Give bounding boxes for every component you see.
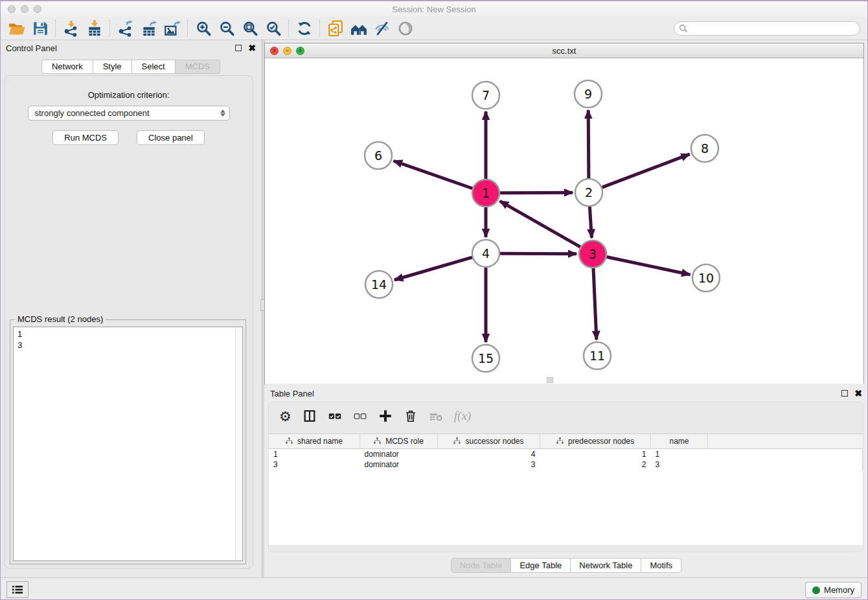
tab-select[interactable]: Select xyxy=(132,60,176,74)
clone-network-icon[interactable] xyxy=(324,19,347,38)
close-network-icon[interactable]: × xyxy=(270,47,279,55)
toolbar-separator xyxy=(55,20,56,37)
export-image-icon[interactable] xyxy=(161,19,184,38)
mcds-result-title: MCDS result (2 nodes) xyxy=(15,314,106,324)
toolbar-separator xyxy=(109,20,111,37)
toolbar-separator xyxy=(187,20,188,37)
import-table-icon[interactable] xyxy=(83,19,106,38)
column-header-filler xyxy=(708,434,863,449)
delete-table-icon[interactable] xyxy=(429,409,443,423)
graph-edge[interactable] xyxy=(589,207,591,238)
float-panel-icon[interactable] xyxy=(235,45,242,51)
column-header[interactable]: name xyxy=(651,434,708,449)
maximize-network-icon[interactable]: + xyxy=(296,47,304,55)
import-network-icon[interactable] xyxy=(60,19,83,38)
unselect-all-columns-icon[interactable] xyxy=(353,409,367,423)
graph-edge[interactable] xyxy=(500,201,580,247)
memory-button[interactable]: Memory xyxy=(805,582,862,598)
tab-network-table[interactable]: Network Table xyxy=(571,558,641,573)
graph-edge[interactable] xyxy=(500,253,577,254)
tab-mcds[interactable]: MCDS xyxy=(176,60,220,74)
chevron-updown-icon xyxy=(220,110,225,117)
zoom-selected-icon[interactable] xyxy=(262,19,285,38)
graph-edge[interactable] xyxy=(593,268,597,340)
open-session-icon[interactable] xyxy=(5,19,29,38)
select-all-columns-icon[interactable] xyxy=(328,409,342,423)
list-icon xyxy=(12,584,23,595)
tab-edge-table[interactable]: Edge Table xyxy=(511,558,571,573)
close-panel-icon[interactable]: ✖ xyxy=(248,43,256,52)
export-table-icon[interactable] xyxy=(137,19,161,38)
column-header[interactable]: shared name xyxy=(269,434,360,449)
show-all-icon[interactable] xyxy=(394,19,417,38)
table-panel-inner: ⚙ f(x) shared nameMCDS rolesuccessor nod… xyxy=(268,402,863,552)
tab-style[interactable]: Style xyxy=(93,60,132,74)
table-panel-title: Table Panel xyxy=(270,389,841,398)
status-bar: Memory xyxy=(0,577,868,600)
graph-edge[interactable] xyxy=(588,110,589,178)
export-network-icon[interactable] xyxy=(114,19,137,38)
table-panel-header: Table Panel ✖ xyxy=(264,386,868,401)
zoom-out-icon[interactable] xyxy=(215,19,238,38)
column-header[interactable]: successor nodes xyxy=(438,434,540,449)
create-column-icon[interactable] xyxy=(378,409,393,423)
optimization-criterion-value: strongly connected component xyxy=(35,108,220,118)
table-row[interactable]: 1dominator411 xyxy=(269,449,863,460)
tab-motifs[interactable]: Motifs xyxy=(641,558,681,573)
close-table-panel-icon[interactable]: ✖ xyxy=(854,389,862,398)
graph-edges xyxy=(394,110,691,342)
function-builder-icon[interactable]: f(x) xyxy=(454,409,471,423)
result-line: 3 xyxy=(17,340,238,351)
float-table-panel-icon[interactable] xyxy=(841,390,848,397)
tab-network[interactable]: Network xyxy=(41,60,93,74)
canvas-resize-grip[interactable] xyxy=(547,377,553,383)
table-row[interactable]: 3dominator323 xyxy=(269,459,863,470)
hide-selected-icon[interactable] xyxy=(371,19,394,38)
first-neighbors-icon[interactable] xyxy=(347,19,371,38)
save-session-icon[interactable] xyxy=(29,19,52,38)
graph-edge[interactable] xyxy=(500,192,573,193)
graph-edge[interactable] xyxy=(394,257,472,280)
graph-node-label: 3 xyxy=(589,247,597,261)
column-header[interactable]: predecessor nodes xyxy=(540,434,651,449)
main-toolbar xyxy=(0,17,868,40)
network-window: × − + scc.txt 7968124314101511 xyxy=(264,43,864,384)
search-input[interactable] xyxy=(691,22,860,35)
graph-edge[interactable] xyxy=(607,257,691,275)
run-mcds-button[interactable]: Run MCDS xyxy=(52,130,119,145)
result-scrollbar[interactable] xyxy=(235,328,242,560)
column-header[interactable]: MCDS role xyxy=(360,434,438,449)
control-panel-title: Control Panel xyxy=(6,43,235,53)
delete-column-icon[interactable] xyxy=(404,409,418,423)
control-panel-header: Control Panel ✖ xyxy=(0,40,262,56)
graph-node-label: 4 xyxy=(482,246,490,260)
minimize-network-icon[interactable]: − xyxy=(283,47,291,55)
mcds-result-lines: 1 3 xyxy=(14,327,242,352)
refresh-icon[interactable] xyxy=(293,19,316,38)
zoom-in-icon[interactable] xyxy=(192,19,215,38)
network-window-controls: × − + xyxy=(270,47,304,55)
graph-edge[interactable] xyxy=(602,154,690,187)
network-canvas[interactable]: 7968124314101511 xyxy=(265,58,863,384)
graph-edge[interactable] xyxy=(394,161,473,188)
close-panel-button[interactable]: Close panel xyxy=(137,130,205,145)
graph-node-label: 15 xyxy=(478,351,494,365)
memory-status-icon xyxy=(812,586,820,594)
task-history-button[interactable] xyxy=(6,581,29,598)
zoom-fit-icon[interactable] xyxy=(238,19,262,38)
node-table-header-row: shared nameMCDS rolesuccessor nodesprede… xyxy=(269,434,863,449)
table-tabs: Node Table Edge Table Network Table Moti… xyxy=(264,558,868,573)
optimization-criterion-select[interactable]: strongly connected component xyxy=(28,106,230,121)
column-view-icon[interactable] xyxy=(303,409,317,423)
graph-node-label: 6 xyxy=(374,148,382,163)
gear-icon[interactable]: ⚙ xyxy=(279,410,291,423)
network-graph: 7968124314101511 xyxy=(265,58,863,384)
search-icon xyxy=(679,24,688,33)
optimization-criterion-label: Optimization criterion: xyxy=(5,90,253,100)
mcds-result-area[interactable]: 1 3 xyxy=(13,327,243,561)
result-line: 1 xyxy=(17,329,238,340)
node-table-body: 1dominator4113dominator323 xyxy=(269,449,863,470)
network-titlebar[interactable]: × − + scc.txt xyxy=(265,43,863,58)
tab-node-table[interactable]: Node Table xyxy=(451,558,512,573)
search-field[interactable] xyxy=(674,21,860,36)
